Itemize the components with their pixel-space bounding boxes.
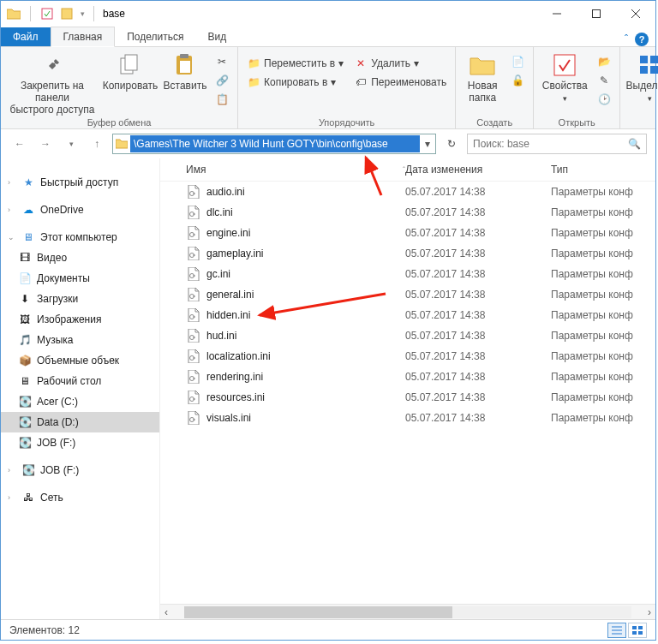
svg-rect-26 — [638, 626, 643, 629]
new-folder-button[interactable]: Новая папка — [461, 50, 504, 104]
search-input[interactable] — [473, 138, 623, 150]
file-type: Параметры конф — [551, 330, 655, 342]
nav-music[interactable]: 🎵Музыка — [1, 330, 159, 350]
tab-share[interactable]: Поделиться — [115, 27, 195, 46]
desktop-icon: 🖥 — [18, 374, 32, 388]
view-large-button[interactable] — [628, 623, 647, 638]
nav-videos[interactable]: 🎞Видео — [1, 247, 159, 268]
minimize-button[interactable] — [537, 1, 577, 27]
recent-locations-button[interactable]: ▾ — [61, 134, 81, 154]
qat-dropdown-icon[interactable] — [60, 6, 75, 21]
history-button[interactable]: 🕑 — [594, 91, 614, 108]
tab-file[interactable]: Файл — [1, 27, 51, 46]
easy-access-button[interactable]: 🔓 — [507, 72, 528, 89]
tab-view[interactable]: Вид — [195, 27, 238, 46]
nav-drive-f2[interactable]: ›💽JOB (F:) — [1, 460, 159, 480]
svg-rect-10 — [650, 56, 658, 63]
file-row[interactable]: engine.ini05.07.2017 14:38Параметры конф — [160, 223, 655, 243]
drive-icon: 💽 — [18, 415, 32, 429]
file-row[interactable]: localization.ini05.07.2017 14:38Параметр… — [160, 346, 655, 367]
ini-file-icon — [186, 307, 201, 323]
file-list: Имяˆ Дата изменения Тип audio.ini05.07.2… — [160, 158, 655, 619]
search-box[interactable]: 🔍 — [467, 134, 647, 154]
ribbon-tabs: Файл Главная Поделиться Вид ˆ ? — [1, 27, 655, 47]
copy-path-button[interactable]: 🔗 — [212, 72, 232, 89]
paste-icon — [171, 51, 199, 79]
address-dropdown-icon[interactable]: ▾ — [420, 138, 435, 150]
maximize-button[interactable] — [577, 1, 616, 27]
delete-button[interactable]: ✕Удалить ▾ — [350, 55, 450, 72]
refresh-button[interactable]: ↻ — [441, 134, 462, 154]
move-to-button[interactable]: 📁Переместить в ▾ — [243, 55, 347, 72]
nav-drive-f[interactable]: 💽JOB (F:) — [1, 432, 159, 453]
help-icon[interactable]: ? — [635, 33, 649, 46]
file-row[interactable]: hud.ini05.07.2017 14:38Параметры конф — [160, 325, 655, 346]
music-icon: 🎵 — [18, 333, 32, 347]
view-details-button[interactable] — [607, 623, 626, 638]
properties-icon — [551, 51, 578, 79]
file-row[interactable]: rendering.ini05.07.2017 14:38Параметры к… — [160, 367, 655, 387]
close-button[interactable] — [616, 1, 655, 27]
rename-button[interactable]: 🏷Переименовать — [350, 74, 450, 91]
nav-3d-objects[interactable]: 📦Объемные объек — [1, 350, 159, 371]
pin-quick-access-button[interactable]: Закрепить на панели быстрого доступа — [6, 50, 99, 116]
qat-expand-icon[interactable]: ▾ — [81, 9, 85, 18]
edit-button[interactable]: ✎ — [594, 72, 614, 89]
qat-properties-icon[interactable] — [39, 6, 55, 21]
address-input[interactable] — [130, 135, 420, 152]
file-date: 05.07.2017 14:38 — [405, 186, 551, 198]
nav-quick-access[interactable]: ›★Быстрый доступ — [1, 172, 159, 193]
address-bar[interactable]: ▾ — [112, 134, 436, 154]
nav-documents[interactable]: 📄Документы — [1, 268, 159, 289]
forward-button[interactable]: → — [35, 134, 56, 154]
file-row[interactable]: audio.ini05.07.2017 14:38Параметры конф — [160, 182, 655, 202]
history-icon: 🕑 — [597, 92, 611, 106]
horizontal-scrollbar[interactable]: ‹ › — [160, 604, 655, 619]
paste-shortcut-button[interactable]: 📋 — [212, 91, 232, 108]
nav-network[interactable]: ›🖧Сеть — [1, 487, 159, 508]
svg-rect-27 — [632, 631, 637, 635]
cut-button[interactable]: ✂ — [212, 53, 232, 70]
file-date: 05.07.2017 14:38 — [405, 391, 551, 403]
file-row[interactable]: visuals.ini05.07.2017 14:38Параметры кон… — [160, 408, 655, 428]
nav-drive-d[interactable]: 💽Data (D:) — [1, 412, 159, 432]
file-name: audio.ini — [206, 186, 405, 198]
col-type[interactable]: Тип — [551, 164, 655, 176]
col-name[interactable]: Имяˆ — [186, 164, 405, 176]
ribbon-collapse-icon[interactable]: ˆ — [625, 33, 628, 45]
file-row[interactable]: general.ini05.07.2017 14:38Параметры кон… — [160, 284, 655, 305]
file-row[interactable]: dlc.ini05.07.2017 14:38Параметры конф — [160, 202, 655, 223]
edit-icon: ✎ — [597, 74, 611, 87]
group-organize-label: Упорядочить — [243, 116, 450, 128]
tab-home[interactable]: Главная — [51, 27, 116, 47]
up-button[interactable]: ↑ — [87, 134, 107, 154]
back-button[interactable]: ← — [9, 134, 30, 154]
file-name: gc.ini — [206, 268, 405, 280]
open-button[interactable]: 📂 — [594, 53, 614, 70]
file-row[interactable]: gc.ini05.07.2017 14:38Параметры конф — [160, 264, 655, 284]
nav-onedrive[interactable]: ›☁OneDrive — [1, 200, 159, 220]
copy-button[interactable]: Копировать — [102, 50, 159, 92]
file-row[interactable]: gameplay.ini05.07.2017 14:38Параметры ко… — [160, 243, 655, 264]
select-all-button[interactable]: Выделить▾ — [625, 50, 658, 103]
properties-button[interactable]: Свойства▾ — [539, 50, 590, 103]
nav-downloads[interactable]: ⬇Загрузки — [1, 289, 159, 309]
col-date[interactable]: Дата изменения — [405, 164, 551, 176]
scroll-right-icon[interactable]: › — [643, 606, 655, 618]
nav-drive-c[interactable]: 💽Acer (C:) — [1, 391, 159, 412]
paste-button[interactable]: Вставить — [162, 50, 208, 92]
copy-to-button[interactable]: 📁Копировать в ▾ — [243, 74, 347, 91]
nav-this-pc[interactable]: ⌄🖥Этот компьютер — [1, 227, 159, 247]
new-item-button[interactable]: 📄 — [507, 53, 528, 70]
path-icon: 🔗 — [215, 74, 229, 87]
file-row[interactable]: hidden.ini05.07.2017 14:38Параметры конф — [160, 305, 655, 325]
scroll-left-icon[interactable]: ‹ — [160, 606, 172, 618]
file-type: Параметры конф — [551, 186, 655, 198]
svg-rect-7 — [180, 61, 190, 73]
scroll-thumb[interactable] — [184, 606, 452, 618]
nav-desktop[interactable]: 🖥Рабочий стол — [1, 371, 159, 391]
file-name: engine.ini — [206, 227, 405, 239]
file-row[interactable]: resources.ini05.07.2017 14:38Параметры к… — [160, 387, 655, 408]
nav-pictures[interactable]: 🖼Изображения — [1, 309, 159, 330]
file-type: Параметры конф — [551, 371, 655, 383]
